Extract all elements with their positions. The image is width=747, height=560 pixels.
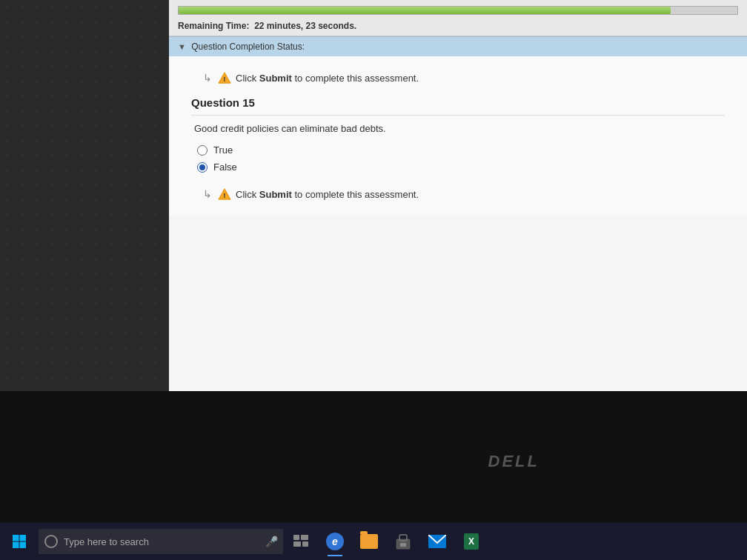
completion-status-bar: ▼ Question Completion Status:	[169, 36, 747, 56]
store-icon	[395, 533, 411, 550]
warning-triangle-icon-bottom: !	[218, 187, 231, 201]
option-false-label: False	[213, 161, 237, 173]
answer-options: True False	[191, 144, 725, 173]
svg-rect-7	[20, 542, 27, 549]
timer-bar-fill	[179, 7, 671, 14]
mail-icon	[428, 535, 446, 548]
svg-rect-10	[293, 541, 301, 547]
warning-text-top: Click Submit to complete this assessment…	[236, 73, 419, 84]
radio-true[interactable]	[197, 145, 208, 156]
left-sidebar-panel	[0, 0, 169, 391]
windows-logo-icon	[12, 534, 27, 549]
excel-icon: X	[464, 533, 479, 550]
svg-rect-6	[13, 542, 19, 549]
svg-rect-5	[20, 535, 27, 541]
svg-rect-11	[302, 541, 308, 547]
warning-triangle-icon-top: !	[218, 71, 231, 84]
search-circle-icon	[44, 535, 58, 548]
timer-remaining-value: 22 minutes, 23 seconds.	[254, 21, 356, 31]
taskbar-file-explorer-app[interactable]	[353, 525, 385, 558]
search-placeholder-text: Type here to search	[64, 536, 265, 547]
microphone-icon[interactable]: 🎤	[265, 536, 277, 547]
svg-rect-8	[293, 535, 299, 540]
timer-section: Remaining Time: 22 minutes, 23 seconds.	[169, 0, 747, 36]
warning-notice-top: ↳ ! Click Submit to complete this assess…	[191, 71, 725, 84]
completion-status-label: Question Completion Status:	[191, 41, 305, 52]
option-true-label: True	[213, 144, 233, 156]
dell-brand-logo: DELL	[488, 452, 540, 471]
taskbar-mail-app[interactable]	[421, 525, 454, 558]
svg-text:!: !	[223, 75, 225, 83]
completion-arrow-icon: ▼	[178, 42, 186, 51]
main-content-area: Remaining Time: 22 minutes, 23 seconds. …	[169, 0, 747, 391]
taskbar-search-bar[interactable]: Type here to search 🎤	[39, 529, 283, 554]
quiz-content: ↳ ! Click Submit to complete this assess…	[169, 56, 747, 216]
taskbar-excel-app[interactable]: X	[455, 525, 488, 558]
taskbar-store-app[interactable]	[387, 525, 419, 558]
timer-bar-container	[178, 6, 738, 15]
radio-false-selected-dot	[199, 164, 205, 170]
start-button[interactable]	[3, 525, 36, 558]
taskbar-apps: e X	[319, 525, 488, 558]
timer-label: Remaining Time: 22 minutes, 23 seconds.	[178, 18, 738, 36]
folder-icon	[360, 534, 378, 549]
svg-rect-14	[400, 543, 406, 547]
svg-text:!: !	[223, 191, 225, 199]
option-false[interactable]: False	[197, 161, 725, 173]
warning-text-bottom: Click Submit to complete this assessment…	[236, 189, 419, 200]
edge-icon: e	[326, 533, 344, 550]
question-text: Good credit policies can eliminate bad d…	[191, 123, 725, 134]
radio-false[interactable]	[197, 162, 208, 173]
taskbar: Type here to search 🎤 e	[0, 523, 747, 560]
warning-arrow-icon-bottom: ↳	[203, 188, 212, 200]
svg-rect-9	[301, 535, 308, 540]
timer-remaining-label: Remaining Time:	[178, 21, 249, 31]
warning-notice-bottom: ↳ ! Click Submit to complete this assess…	[191, 187, 725, 201]
taskbar-edge-app[interactable]: e	[319, 525, 351, 558]
question-number: Question 15	[191, 96, 725, 116]
task-view-icon	[293, 535, 308, 548]
bottom-dark-area: DELL	[0, 391, 747, 523]
warning-arrow-icon-top: ↳	[203, 72, 212, 84]
svg-rect-4	[13, 535, 19, 541]
task-view-button[interactable]	[286, 525, 316, 558]
option-true[interactable]: True	[197, 144, 725, 156]
